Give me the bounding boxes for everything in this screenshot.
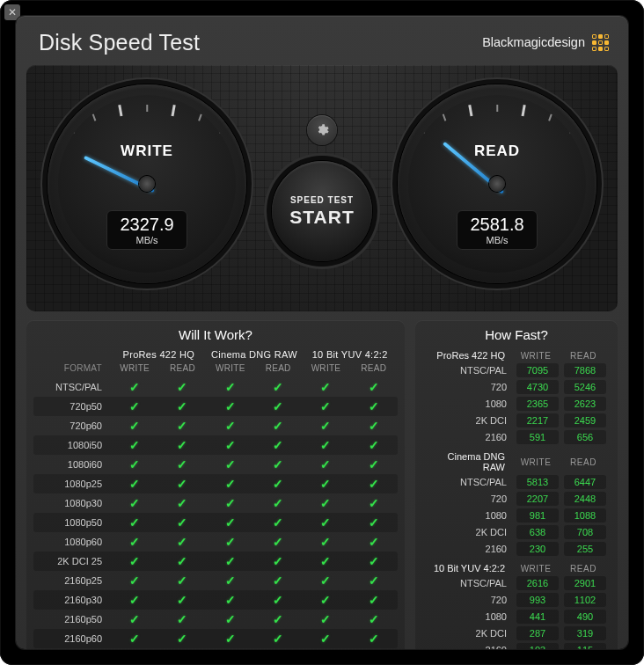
brand-icon bbox=[592, 34, 609, 51]
row-label: 1080i50 bbox=[33, 440, 111, 450]
table-row: 1080p50✓✓✓✓✓✓ bbox=[33, 513, 398, 532]
check-icon: ✓ bbox=[254, 593, 302, 607]
check-icon: ✓ bbox=[350, 496, 398, 510]
check-icon: ✓ bbox=[254, 612, 302, 626]
read-value: 1102 bbox=[564, 593, 606, 607]
row-label: 1080 bbox=[424, 611, 514, 622]
row-label: 1080p30 bbox=[33, 498, 111, 508]
write-value: 4730 bbox=[516, 380, 559, 394]
check-icon: ✓ bbox=[302, 593, 349, 607]
table-row: 1080p30✓✓✓✓✓✓ bbox=[33, 493, 398, 513]
check-icon: ✓ bbox=[158, 535, 206, 549]
write-value: 5813 bbox=[516, 475, 559, 489]
read-value: 1088 bbox=[564, 508, 606, 522]
check-icon: ✓ bbox=[302, 554, 349, 568]
row-label: 1080p50 bbox=[33, 517, 111, 528]
check-icon: ✓ bbox=[254, 535, 302, 549]
check-icon: ✓ bbox=[254, 399, 302, 413]
col-read: READ bbox=[560, 351, 607, 361]
write-value: 2365 bbox=[516, 397, 559, 411]
check-icon: ✓ bbox=[207, 399, 254, 413]
group-name: Cinema DNG RAW bbox=[426, 451, 512, 472]
check-icon: ✓ bbox=[158, 477, 206, 491]
check-icon: ✓ bbox=[207, 419, 254, 433]
app-title: Disk Speed Test bbox=[39, 30, 200, 55]
check-icon: ✓ bbox=[207, 515, 254, 530]
write-value: 638 bbox=[516, 525, 559, 539]
check-icon: ✓ bbox=[158, 612, 206, 626]
check-icon: ✓ bbox=[350, 632, 398, 646]
col-write: WRITE bbox=[512, 351, 560, 361]
read-gauge-face: READ 2581.8 MB/s bbox=[408, 95, 586, 273]
app-window: ✕ Disk Speed Test Blackmagicdesign WRITE bbox=[0, 0, 644, 665]
check-icon: ✓ bbox=[254, 457, 302, 471]
write-needle-cap bbox=[139, 176, 155, 192]
read-value: 7868 bbox=[564, 363, 606, 377]
check-icon: ✓ bbox=[158, 438, 206, 452]
settings-button[interactable] bbox=[307, 115, 337, 145]
format-label: FORMAT bbox=[33, 363, 111, 376]
check-icon: ✓ bbox=[111, 593, 158, 607]
col-read: READ bbox=[560, 457, 607, 467]
how-fast-title: How Fast? bbox=[415, 320, 618, 349]
check-icon: ✓ bbox=[158, 593, 206, 607]
table-row: 2160103115 bbox=[424, 641, 609, 649]
write-value: 103 bbox=[516, 643, 559, 650]
will-it-work-rows: NTSC/PAL✓✓✓✓✓✓720p50✓✓✓✓✓✓720p60✓✓✓✓✓✓10… bbox=[26, 376, 405, 648]
check-icon: ✓ bbox=[207, 632, 254, 646]
check-icon: ✓ bbox=[158, 554, 206, 568]
check-icon: ✓ bbox=[207, 593, 254, 607]
read-value: 115 bbox=[564, 643, 606, 650]
read-value: 319 bbox=[564, 626, 606, 640]
check-icon: ✓ bbox=[158, 380, 206, 394]
check-icon: ✓ bbox=[254, 477, 302, 491]
table-row: 2K DCI 25✓✓✓✓✓✓ bbox=[33, 552, 398, 571]
check-icon: ✓ bbox=[111, 419, 158, 433]
check-icon: ✓ bbox=[350, 574, 398, 588]
check-icon: ✓ bbox=[254, 632, 302, 646]
row-label: 2K DCI bbox=[424, 527, 514, 537]
table-row: 2160230255 bbox=[424, 540, 609, 557]
check-icon: ✓ bbox=[302, 438, 349, 452]
row-label: 720 bbox=[424, 382, 514, 392]
read-needle-cap bbox=[489, 176, 505, 192]
check-icon: ✓ bbox=[302, 535, 349, 549]
table-row: 1080441490 bbox=[424, 608, 609, 625]
table-row: 1080i50✓✓✓✓✓✓ bbox=[33, 435, 398, 455]
table-row: 1080i60✓✓✓✓✓✓ bbox=[33, 455, 398, 474]
check-icon: ✓ bbox=[158, 419, 206, 433]
center-controls: SPEED TEST START bbox=[272, 115, 372, 261]
check-icon: ✓ bbox=[207, 380, 254, 394]
check-icon: ✓ bbox=[254, 574, 302, 588]
write-gauge-face: WRITE 2327.9 MB/s bbox=[58, 95, 236, 273]
check-icon: ✓ bbox=[350, 438, 398, 452]
start-button[interactable]: SPEED TEST START bbox=[272, 161, 372, 261]
check-icon: ✓ bbox=[350, 593, 398, 607]
table-row: 2160p25✓✓✓✓✓✓ bbox=[33, 571, 398, 590]
check-icon: ✓ bbox=[302, 419, 349, 433]
check-icon: ✓ bbox=[158, 632, 206, 646]
brand-label: Blackmagicdesign bbox=[482, 35, 585, 49]
read-value: 490 bbox=[564, 610, 606, 624]
table-row: 7209931102 bbox=[424, 591, 609, 608]
row-label: 2160p50 bbox=[33, 614, 111, 625]
group-name: 10 Bit YUV 4:2:2 bbox=[426, 563, 512, 574]
table-row: 2160p50✓✓✓✓✓✓ bbox=[33, 610, 398, 629]
row-label: 1080 bbox=[424, 510, 514, 521]
table-row: 1080p60✓✓✓✓✓✓ bbox=[33, 532, 398, 552]
read-value: 2901 bbox=[564, 576, 606, 590]
col-read: READ bbox=[560, 564, 607, 574]
read-gauge: READ 2581.8 MB/s bbox=[398, 84, 596, 283]
check-icon: ✓ bbox=[158, 457, 206, 471]
check-icon: ✓ bbox=[350, 535, 398, 549]
check-icon: ✓ bbox=[111, 380, 158, 394]
check-icon: ✓ bbox=[254, 515, 302, 530]
check-icon: ✓ bbox=[254, 380, 302, 394]
check-icon: ✓ bbox=[207, 535, 254, 549]
table-row: 720p60✓✓✓✓✓✓ bbox=[33, 416, 398, 435]
read-gauge-label: READ bbox=[408, 142, 586, 160]
col-cdng: Cinema DNG RAW bbox=[207, 349, 303, 363]
check-icon: ✓ bbox=[254, 496, 302, 510]
check-icon: ✓ bbox=[350, 399, 398, 413]
read-value: 2623 bbox=[564, 397, 606, 411]
